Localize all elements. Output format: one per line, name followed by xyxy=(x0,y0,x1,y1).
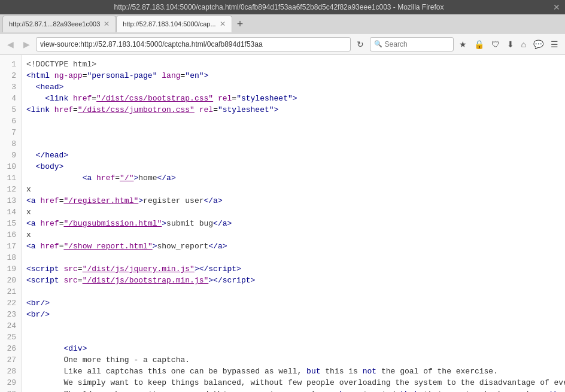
new-tab-button[interactable]: + xyxy=(235,19,246,29)
download-button[interactable]: ⬇ xyxy=(504,37,517,51)
menu-button[interactable]: ☰ xyxy=(548,37,561,51)
address-bar[interactable] xyxy=(36,37,351,51)
home-button[interactable]: ⌂ xyxy=(518,37,529,51)
title-bar-text: http://52.87.183.104:5000/captcha.html/0… xyxy=(5,3,553,11)
code-content[interactable]: <!DOCTYPE html><html ng-app="personal-pa… xyxy=(22,55,565,392)
tab-close-2[interactable]: ✕ xyxy=(220,20,226,28)
browser-tab-2[interactable]: http://52.87.183.104:5000/cap... ✕ xyxy=(116,16,232,32)
bookmark-button[interactable]: ★ xyxy=(456,37,470,51)
tab-title-2: http://52.87.183.104:5000/cap... xyxy=(123,20,215,28)
tab-close-1[interactable]: ✕ xyxy=(104,20,110,28)
browser-tab-1[interactable]: http://52.87.1...82a93eee1c003 ✕ xyxy=(2,16,116,32)
lock-button[interactable]: 🔒 xyxy=(471,37,487,51)
forward-button[interactable]: ▶ xyxy=(20,37,34,51)
back-button[interactable]: ◀ xyxy=(4,37,17,51)
speech-button[interactable]: 💬 xyxy=(530,37,546,51)
search-icon: 🔍 xyxy=(374,40,382,48)
refresh-button[interactable]: ↻ xyxy=(353,37,367,51)
tab-bar: http://52.87.1...82a93eee1c003 ✕ http://… xyxy=(0,14,565,34)
line-numbers: 1234567891011121314151617181920212223242… xyxy=(0,55,22,392)
nav-bar: ◀ ▶ ↻ 🔍 ★ 🔒 🛡 ⬇ ⌂ 💬 ☰ xyxy=(0,34,565,55)
title-bar: http://52.87.183.104:5000/captcha.html/0… xyxy=(0,0,565,14)
search-input[interactable] xyxy=(385,40,445,48)
tab-title-1: http://52.87.1...82a93eee1c003 xyxy=(9,20,100,28)
shield-button[interactable]: 🛡 xyxy=(488,37,503,51)
search-bar[interactable]: 🔍 xyxy=(370,37,454,51)
close-button[interactable]: ✕ xyxy=(553,2,560,12)
code-view: 1234567891011121314151617181920212223242… xyxy=(0,55,565,392)
nav-icons: ★ 🔒 🛡 ⬇ ⌂ 💬 ☰ xyxy=(456,37,561,51)
